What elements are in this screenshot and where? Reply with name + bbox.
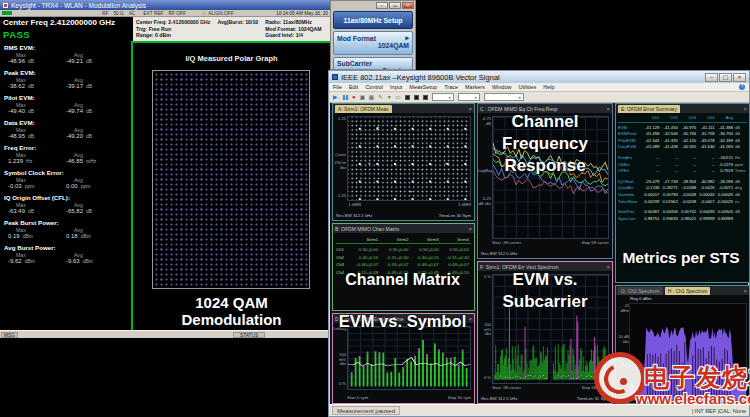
tab-ch1-spectrum[interactable]: H : Ch1 Spectrum: [665, 287, 711, 295]
play-icon[interactable]: ▶: [333, 93, 338, 102]
measurement-block: Avg Burst Power:MaxAvg-9.62dBm-9.63dBm: [4, 244, 131, 265]
mod-format-softkey[interactable]: Mod Format▸ 1024QAM: [333, 31, 413, 55]
annotation-channel-freq-response: Channel Frequency Response: [480, 111, 610, 177]
x-axis-labels: Start -58 carrierStop 58 carrier: [492, 385, 609, 390]
window-chan-matrix: B: OFDM MIMO Chan Matrix × Strm1Strm2Str…: [332, 223, 475, 311]
polar-graph-title: I/Q Measured Polar Graph: [133, 54, 330, 63]
center-freq-display: Center Freq 2.412000000 GHz: [0, 17, 133, 29]
evm-symbol-trace: [348, 327, 470, 389]
vsa-app-icon: [332, 74, 338, 80]
window-e-close-icon[interactable]: ×: [743, 105, 747, 113]
window-b-titlebar[interactable]: B: OFDM MIMO Chan Matrix ×: [333, 224, 474, 233]
window-e-titlebar[interactable]: E: OFDM Error Summary ×: [616, 104, 749, 113]
measurement-block: Peak EVM:MaxAvg-38.62dB-39.17dB: [4, 69, 131, 90]
subcarrier-softkey[interactable]: SubCarrier Spacing: [333, 57, 413, 70]
vsa-toolbar: ▶ ❚❚ ● ▣ ▦ ↖ ▼ ▭ ▾ ▾ ▾: [329, 92, 749, 103]
vsa-statusbar: Measurement paused | INT REF |CAL: None: [329, 404, 749, 416]
status-field: STATUS: [233, 332, 265, 338]
menu-meassetup[interactable]: MeasSetup: [409, 84, 437, 90]
window-a-body: 1.25 Const 250 m /div -1.25 + + + + -1.6…: [333, 113, 474, 220]
constellation-plot: + + + +: [347, 116, 471, 201]
annotation-evm-vs-subcarrier: EVM vs. Subcarrier: [479, 269, 611, 313]
chan-matrix-row: Ch20.40-j0.15-0.31+j0.40-0.40+j0.15-0.31…: [336, 254, 471, 261]
pause-icon[interactable]: ❚❚: [342, 93, 348, 102]
clock-text: 10:14:05 AM May 16, 20: [276, 11, 328, 16]
submenu-arrow-icon: ▸: [406, 34, 409, 42]
setup-softkey-panel: – ▭ × 11ax/80MHz Setup Mod Format▸ 1024Q…: [330, 0, 416, 70]
zoom-icon[interactable]: ▭: [396, 93, 401, 102]
measurement-block: Symbol Clock Error:MaxAvg-0.03ppm0.00ppm: [4, 169, 131, 190]
window-c-footer: Res BW 312.5 kHz: [481, 251, 609, 256]
settings-col-1: Center Freq: 2.412000000 GHz Trig: Free …: [136, 19, 210, 39]
measurement-block: Freq Error:MaxAvg1.239Hz-46.85mHz: [4, 144, 131, 165]
scale-dropdown[interactable]: ▾: [432, 93, 454, 101]
pointer-icon[interactable]: ↖: [378, 93, 383, 102]
grid-layout-icon[interactable]: ▦: [369, 93, 374, 102]
y-axis-bottom-label: 0 %: [333, 382, 346, 387]
menu-control[interactable]: Control: [365, 84, 383, 90]
y-axis-bottom-label: 0 %: [478, 376, 491, 381]
measurement-block: Peak Burst Power:MaxAvg0.19dBm0.18dBm: [4, 219, 131, 240]
setup-window-controls: – ▭ ×: [331, 1, 415, 10]
chan-matrix-row: Ch10.50-j0.000.50-j0.000.50-j0.000.50-j0…: [336, 246, 471, 253]
annotation-1024qam: 1024 QAM Demodulation: [133, 294, 330, 328]
vsa-close-button[interactable]: ×: [733, 73, 746, 82]
record-icon[interactable]: ●: [352, 93, 356, 102]
close-button[interactable]: ×: [402, 2, 414, 9]
window-spectrum: G: Ch2 Spectrum H : Ch1 Spectrum × Rng 0…: [615, 285, 750, 404]
spectrum-plot: [629, 303, 747, 401]
setup-header-softkey[interactable]: 11ax/80MHz Setup: [333, 11, 413, 29]
window-a-titlebar[interactable]: A: Strm1: OFDM Meas ×: [333, 104, 474, 113]
settings-col-2: Avg|Burst: 10/10: [217, 19, 258, 39]
annotation-channel-matrix: Channel Matrix: [332, 271, 473, 289]
window-gh-body: Rng 0 dBm -11 dBm 10 dB /div Avg: [616, 295, 749, 403]
menu-utilities[interactable]: Utilities: [518, 84, 536, 90]
vsa-minimize-button[interactable]: –: [705, 73, 718, 82]
tab-ch2-spectrum[interactable]: G: Ch2 Spectrum: [618, 287, 663, 295]
menu-help[interactable]: Help: [543, 84, 554, 90]
window-f-footer: Res BW 312.5 kHzTimeLen 31 Sym: [481, 396, 609, 401]
menu-input[interactable]: Input: [390, 84, 402, 90]
y-axis-name: Avg: [616, 363, 629, 368]
wlan-window-titlebar[interactable]: Keysight - TRX4 - WLAN - Modulation Anal…: [0, 0, 330, 10]
measurement-block: IQ Origin Offset (CFL):MaxAvg-63.49dB-65…: [4, 194, 131, 215]
error-summary-row: TimeSkew0.002990.01562-0.0208-0.0407-0.0…: [618, 199, 747, 206]
screen: Keysight - TRX4 - WLAN - Modulation Anal…: [0, 0, 750, 417]
error-summary-row: CPErr--------0.7519%rms: [618, 168, 747, 175]
trace-color-3-icon[interactable]: [423, 95, 428, 100]
marker-icon[interactable]: ▼: [387, 93, 392, 102]
y-axis-div-label: 10 dB /div: [616, 335, 629, 344]
trace-color-1-icon[interactable]: [405, 95, 410, 100]
window-e-tab[interactable]: E: OFDM Error Summary: [618, 105, 680, 113]
menu-file[interactable]: File: [333, 84, 342, 90]
window-a-tab[interactable]: A: Strm1: OFDM Meas: [335, 105, 392, 113]
vsa-maximize-button[interactable]: ▢: [719, 73, 732, 82]
trace-color-2-icon[interactable]: [414, 95, 419, 100]
impedance-indicator: 50 Ω: [113, 11, 123, 16]
window-gh-close-icon[interactable]: ×: [743, 287, 747, 295]
menu-edit[interactable]: Edit: [349, 84, 358, 90]
zoom-dropdown[interactable]: ▾: [458, 93, 480, 101]
iq-constellation-display: [152, 70, 310, 289]
minimize-button[interactable]: –: [376, 2, 388, 9]
window-a-close-icon[interactable]: ×: [468, 105, 472, 113]
vsa-titlebar[interactable]: IEEE 802.11ax –Keysight 89600B Vector Si…: [329, 71, 749, 83]
window-b-close-icon[interactable]: ×: [468, 225, 472, 233]
single-layout-icon[interactable]: ▣: [360, 93, 365, 102]
rf-indicator: RF: [102, 11, 108, 16]
error-summary-row: EVM-41.129-41.454-40.975-41.111-41.388dB: [618, 125, 747, 132]
help-icon[interactable]: ?: [739, 84, 745, 90]
window-ofdm-meas: A: Strm1: OFDM Meas × 1.25 Const 250 m /…: [332, 103, 475, 221]
keysight-app-icon: [3, 3, 8, 8]
window-b-title: B: OFDM MIMO Chan Matrix: [335, 226, 399, 232]
maximize-button[interactable]: ▭: [389, 2, 401, 9]
vsa-window-controls: – ▢ ×: [705, 73, 746, 82]
menu-trace[interactable]: Trace: [444, 84, 458, 90]
menu-markers[interactable]: Markers: [465, 84, 485, 90]
error-summary-row: EVMPeak-31.458-32.566-30.794-31.758-30.7…: [618, 131, 747, 138]
menu-window[interactable]: Window: [492, 84, 512, 90]
color-dropdown[interactable]: ▾: [484, 93, 524, 101]
window-gh-titlebar[interactable]: G: Ch2 Spectrum H : Ch1 Spectrum ×: [616, 286, 749, 295]
measurement-block: Pilot EVM:MaxAvg-49.40dB-49.74dB: [4, 94, 131, 115]
y-axis-bottom-label: -1.25: [333, 194, 346, 199]
